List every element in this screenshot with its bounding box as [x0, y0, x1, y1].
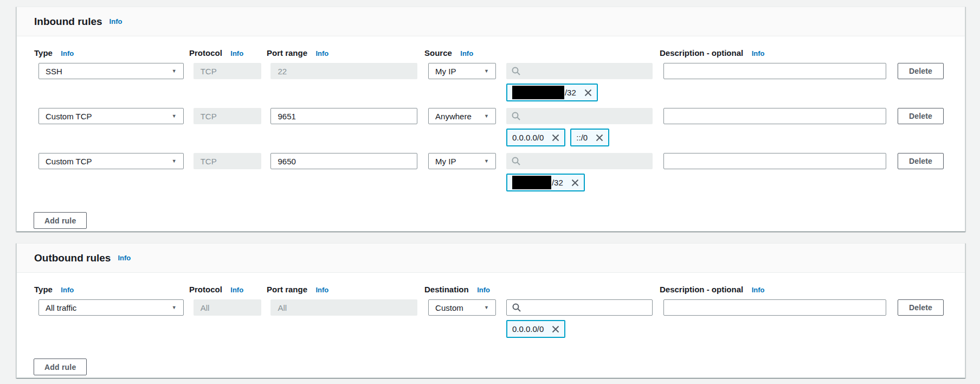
delete-rule-button[interactable]: Delete: [898, 63, 944, 79]
protocol-info-link[interactable]: Info: [230, 49, 243, 57]
type-info-link[interactable]: Info: [61, 49, 74, 57]
redacted-ip: [512, 176, 551, 189]
inbound-rule-row-1: SSH ▼ TCP 22 My IP ▼: [38, 63, 944, 101]
inbound-panel-header: Inbound rules Info: [17, 7, 965, 36]
cidr-chip: ::/0: [570, 129, 609, 146]
port-range-info-link[interactable]: Info: [315, 49, 328, 57]
inbound-column-headers: Type Info Protocol Info Port range Info …: [34, 48, 944, 57]
cidr-chip: 0.0.0.0/0: [506, 129, 565, 146]
delete-rule-button[interactable]: Delete: [898, 299, 944, 316]
chevron-down-icon: ▼: [484, 69, 489, 74]
protocol-column-header: Protocol Info: [189, 48, 257, 58]
port-range-info-link[interactable]: Info: [315, 286, 328, 294]
description-input[interactable]: [663, 153, 886, 169]
protocol-field: TCP: [194, 63, 262, 79]
description-input[interactable]: [663, 108, 886, 124]
delete-rule-button[interactable]: Delete: [898, 108, 944, 124]
description-input[interactable]: [663, 63, 886, 79]
type-column-header: Type Info: [34, 48, 179, 58]
source-cidr-chips: /32: [506, 84, 653, 101]
search-icon: [512, 67, 520, 75]
type-info-link[interactable]: Info: [61, 286, 74, 294]
outbound-panel-header: Outbound rules Info: [17, 244, 965, 273]
type-select[interactable]: All traffic ▼: [38, 299, 184, 316]
inbound-info-link[interactable]: Info: [109, 17, 122, 25]
protocol-field: All: [194, 299, 262, 316]
type-select[interactable]: Custom TCP ▼: [38, 153, 184, 169]
port-range-input[interactable]: [270, 153, 417, 169]
source-cidr-search: [506, 153, 653, 169]
protocol-field: TCP: [194, 108, 262, 124]
port-range-field: 22: [270, 63, 417, 79]
chevron-down-icon: ▼: [172, 69, 177, 74]
port-range-input[interactable]: [270, 108, 417, 124]
destination-select[interactable]: Custom ▼: [428, 299, 496, 316]
delete-rule-button[interactable]: Delete: [898, 153, 944, 169]
inbound-title: Inbound rules: [34, 16, 102, 28]
cidr-chip: /32: [506, 84, 598, 101]
source-cidr-search: [506, 108, 653, 124]
source-cidr-chips: 0.0.0.0/0 ::/0: [506, 129, 653, 146]
chevron-down-icon: ▼: [484, 305, 489, 310]
destination-info-link[interactable]: Info: [477, 286, 490, 294]
outbound-title: Outbound rules: [34, 252, 111, 264]
destination-column-header: Destination Info: [424, 285, 492, 295]
chevron-down-icon: ▼: [172, 159, 177, 164]
cidr-chip: 0.0.0.0/0: [506, 320, 565, 338]
source-select[interactable]: My IP ▼: [428, 153, 496, 169]
outbound-rules-panel: Outbound rules Info Type Info Protocol I…: [16, 243, 965, 378]
inbound-rule-row-2: Custom TCP ▼ TCP Anywhere ▼: [38, 108, 944, 146]
source-cidr-chips: /32: [506, 174, 653, 191]
chevron-down-icon: ▼: [172, 114, 177, 119]
description-info-link[interactable]: Info: [752, 286, 765, 294]
remove-chip-icon[interactable]: [552, 134, 559, 142]
source-select[interactable]: Anywhere ▼: [428, 108, 496, 124]
remove-chip-icon[interactable]: [584, 89, 592, 97]
search-icon: [512, 112, 520, 120]
protocol-field: TCP: [194, 153, 262, 169]
inbound-panel-body: Type Info Protocol Info Port range Info …: [17, 36, 965, 229]
type-select[interactable]: SSH ▼: [38, 63, 184, 79]
port-range-column-header: Port range Info: [267, 285, 414, 295]
add-rule-button[interactable]: Add rule: [34, 359, 87, 375]
search-icon: [512, 303, 521, 312]
inbound-rules-panel: Inbound rules Info Type Info Protocol In…: [16, 7, 965, 232]
port-range-column-header: Port range Info: [267, 48, 414, 58]
outbound-panel-body: Type Info Protocol Info Port range Info …: [17, 273, 965, 375]
destination-cidr-input[interactable]: [525, 303, 647, 312]
outbound-column-headers: Type Info Protocol Info Port range Info …: [34, 285, 944, 293]
protocol-column-header: Protocol Info: [189, 285, 257, 295]
search-icon: [512, 157, 520, 165]
protocol-info-link[interactable]: Info: [230, 286, 243, 294]
description-column-header: Description - optional Info: [660, 285, 883, 295]
destination-cidr-search[interactable]: [506, 299, 653, 316]
source-column-header: Source Info: [424, 48, 492, 58]
source-cidr-search: [506, 63, 653, 79]
add-rule-button[interactable]: Add rule: [34, 212, 87, 229]
type-column-header: Type Info: [34, 285, 179, 295]
inbound-rule-row-3: Custom TCP ▼ TCP My IP ▼: [38, 153, 944, 191]
description-column-header: Description - optional Info: [660, 48, 883, 58]
redacted-ip: [512, 86, 564, 99]
source-select[interactable]: My IP ▼: [428, 63, 496, 79]
description-input[interactable]: [663, 299, 886, 316]
cidr-chip: /32: [506, 174, 585, 191]
outbound-info-link[interactable]: Info: [118, 254, 131, 262]
chevron-down-icon: ▼: [484, 114, 489, 119]
destination-cidr-chips: 0.0.0.0/0: [506, 320, 653, 338]
chevron-down-icon: ▼: [484, 159, 489, 164]
chevron-down-icon: ▼: [172, 305, 177, 310]
outbound-rule-row-1: All traffic ▼ All All Custom ▼: [38, 299, 944, 338]
remove-chip-icon[interactable]: [552, 325, 559, 333]
remove-chip-icon[interactable]: [596, 134, 603, 142]
description-info-link[interactable]: Info: [752, 49, 765, 57]
source-info-link[interactable]: Info: [460, 49, 473, 57]
port-range-field: All: [270, 299, 417, 316]
remove-chip-icon[interactable]: [571, 179, 579, 187]
type-select[interactable]: Custom TCP ▼: [38, 108, 184, 124]
